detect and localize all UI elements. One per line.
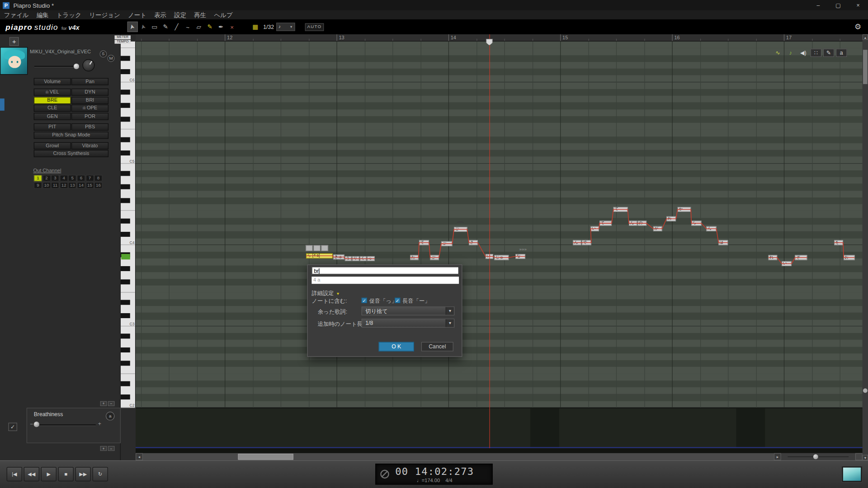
track-button-por[interactable]: POR	[71, 113, 108, 120]
out-channel-11[interactable]: 11	[51, 182, 59, 189]
snap-value[interactable]: 1/32	[263, 24, 274, 30]
timeline-ruler[interactable]: 121314151617	[136, 34, 863, 42]
menu-item-8[interactable]: 再生	[190, 10, 210, 19]
chouon-checkbox[interactable]: ✓	[395, 298, 400, 303]
track-button-ope[interactable]: ılıOPE	[71, 104, 108, 112]
lyric-input[interactable]: br	[311, 267, 459, 274]
menu-item-6[interactable]: 表示	[151, 10, 170, 19]
loop-button[interactable]: ↻	[92, 467, 108, 481]
piano-key-84[interactable]: C6	[121, 75, 136, 82]
volume-slider-handle[interactable]	[74, 64, 79, 69]
play-button[interactable]: ▶	[41, 467, 57, 481]
h-zoom-handle[interactable]	[813, 454, 818, 459]
piano-key-40[interactable]	[121, 374, 136, 380]
piano-key-74[interactable]	[121, 143, 136, 150]
note[interactable]: ご	[441, 241, 452, 246]
go-start-button[interactable]: |◀	[7, 467, 22, 481]
lane-visibility-checkbox[interactable]: ✓	[8, 423, 17, 431]
note[interactable]: ら	[691, 221, 701, 226]
curve-tool[interactable]: ~	[182, 22, 193, 32]
note[interactable]: い	[591, 226, 599, 231]
piano-key-67[interactable]	[121, 191, 136, 197]
note[interactable]: か	[678, 207, 691, 212]
maximize-button[interactable]: ▢	[828, 0, 848, 10]
piano-key-79[interactable]	[121, 109, 136, 116]
auto-button[interactable]: AUTO	[305, 23, 324, 31]
draw-mode-icon[interactable]: ✎	[823, 49, 834, 57]
piano-key-52[interactable]	[121, 292, 136, 299]
zoom-end-button[interactable]	[855, 453, 863, 460]
piano-key-60[interactable]: C4	[121, 238, 136, 245]
piano-key-43[interactable]	[121, 353, 136, 360]
preview-thumbnail[interactable]	[841, 466, 863, 483]
track-button-pit[interactable]: PIT	[34, 123, 71, 130]
piano-key-65[interactable]	[121, 204, 136, 211]
menu-item-7[interactable]: 設定	[170, 10, 190, 19]
note[interactable]: ぞ	[795, 255, 807, 260]
horizontal-scrollbar[interactable]: ◂ ▸	[136, 453, 863, 460]
volume-slider[interactable]	[34, 66, 80, 68]
piano-roll[interactable]: ら [4 a]きゅうりくったてごごごさいじゅなんでいててんのがわからんはれいぞを…	[136, 42, 863, 408]
piano-key-49[interactable]	[121, 313, 136, 319]
piano-key-56[interactable]	[121, 265, 136, 272]
param-minus-icon[interactable]: −	[30, 421, 33, 427]
note[interactable]: て	[419, 240, 429, 245]
evec-box[interactable]	[321, 245, 328, 251]
param-slider[interactable]	[36, 424, 96, 426]
piano-key-36[interactable]: C2	[121, 401, 136, 408]
vertical-scroll-thumb[interactable]	[863, 50, 868, 84]
rewind-button[interactable]: ◀◀	[24, 467, 39, 481]
piano-key-82[interactable]	[121, 89, 136, 96]
select-tool[interactable]: ➤	[138, 22, 149, 32]
minimize-button[interactable]: –	[808, 0, 828, 10]
note[interactable]: な	[515, 254, 525, 259]
track-button-cross-synthesis[interactable]: Cross Synthesis	[34, 150, 108, 157]
out-channel-4[interactable]: 4	[60, 175, 68, 182]
piano-key-38[interactable]	[121, 387, 136, 394]
cancel-button[interactable]: Cancel	[421, 342, 453, 352]
piano-key-44[interactable]	[121, 347, 136, 353]
note[interactable]: ご	[430, 255, 439, 260]
out-channel-9[interactable]: 9	[34, 182, 42, 189]
piano-key-59[interactable]	[121, 245, 136, 252]
lane-remove-button[interactable]: −	[108, 401, 115, 406]
track-button-dyn[interactable]: DYN	[71, 89, 108, 96]
piano-key-87[interactable]	[121, 55, 136, 62]
note[interactable]: ご	[454, 227, 467, 232]
param-plus-icon[interactable]: +	[98, 421, 101, 427]
track-button-cle[interactable]: CLE	[34, 104, 71, 112]
piano-key-71[interactable]	[121, 164, 136, 170]
details-toggle[interactable]: 詳細設定▼	[311, 289, 340, 297]
note[interactable]: ん	[573, 240, 581, 245]
piano-key-50[interactable]	[121, 306, 136, 313]
track-button-bre[interactable]: BRE	[34, 97, 71, 104]
out-channel-2[interactable]: 2	[42, 175, 51, 182]
note[interactable]: れ	[769, 255, 778, 260]
note-length-combo[interactable]: ♪▼	[276, 23, 295, 31]
note[interactable]: じゅ	[494, 255, 509, 260]
track-button-pan[interactable]: Pan	[71, 78, 108, 85]
piano-key-46[interactable]	[121, 333, 136, 340]
piano-key-78[interactable]	[121, 116, 136, 123]
line-tool[interactable]: ╱	[171, 22, 182, 32]
piano-key-55[interactable]	[121, 272, 136, 279]
piano-key-54[interactable]	[121, 279, 136, 286]
piano-key-62[interactable]	[121, 225, 136, 231]
note[interactable]: お	[844, 255, 854, 260]
out-channel-6[interactable]: 6	[77, 175, 85, 182]
piano-key-86[interactable]	[121, 62, 136, 69]
piano-key-51[interactable]	[121, 299, 136, 306]
track-button-vibrato[interactable]: Vibrato	[71, 142, 108, 149]
note[interactable]: て	[613, 207, 628, 212]
piano-key-68[interactable]	[121, 184, 136, 191]
scroll-right-icon[interactable]: ▸	[774, 453, 781, 460]
piano-key-69[interactable]	[121, 177, 136, 184]
note[interactable]: い	[782, 261, 792, 266]
tempo-tag[interactable]: TEMPO	[114, 40, 131, 44]
scroll-left-icon[interactable]: ◂	[136, 453, 143, 460]
menu-item-4[interactable]: リージョン	[85, 10, 124, 19]
mute-button[interactable]: M	[108, 55, 115, 62]
piano-key-81[interactable]	[121, 96, 136, 103]
out-channel-12[interactable]: 12	[60, 182, 68, 189]
track-button-bri[interactable]: BRI	[71, 97, 108, 104]
